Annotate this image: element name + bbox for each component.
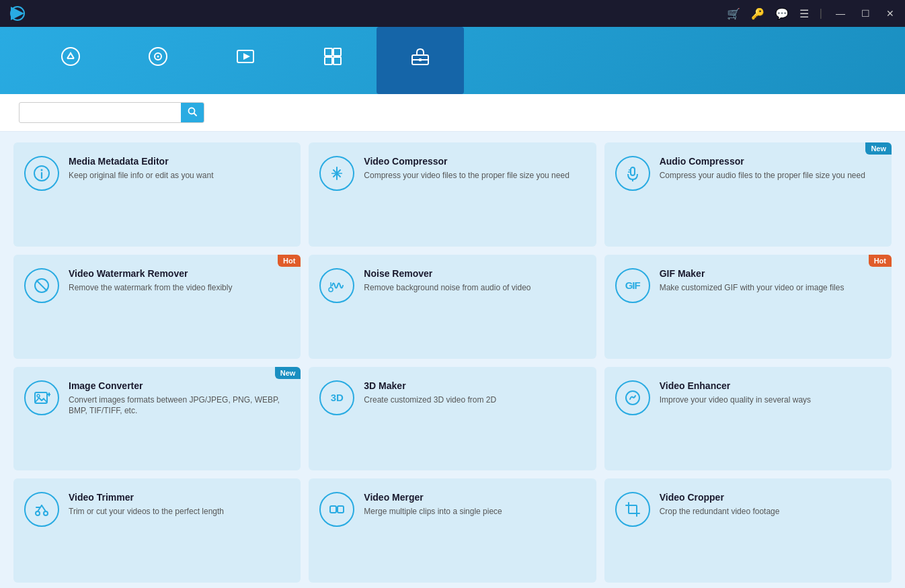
tool-card-video-watermark-remover[interactable]: HotVideo Watermark RemoverRemove the wat… [13,255,301,359]
svg-rect-31 [35,392,47,403]
tool-name-image-converter: Image Converter [69,380,290,391]
icon-video-cropper [615,492,650,527]
tool-name-gif-maker: GIF Maker [660,268,881,279]
tool-info-video-trimmer: Video TrimmerTrim or cut your videos to … [69,492,290,517]
tool-info-video-merger: Video MergerMerge multiple clips into a … [364,492,585,517]
badge-gif-maker: Hot [869,255,892,267]
tool-name-noise-remover: Noise Remover [364,268,585,279]
key-icon[interactable]: 🔑 [751,7,764,20]
minimize-button[interactable]: — [833,8,848,19]
tools-grid: Media Metadata EditorKeep original file … [13,142,892,583]
titlebar-right: 🛒 🔑 💬 ☰ | — ☐ ✕ [727,7,897,20]
mv-icon [235,46,255,71]
search-bar [0,94,905,132]
svg-line-39 [42,505,46,511]
tool-info-video-enhancer: Video EnhancerImprove your video quality… [660,380,881,406]
cart-icon[interactable]: 🛒 [727,7,740,20]
svg-line-38 [38,505,42,511]
icon-gif-maker: GIF [615,268,650,303]
tool-desc-video-enhancer: Improve your video quality in several wa… [660,394,881,406]
icon-video-trimmer [24,492,59,527]
app-logo [8,4,27,23]
tool-name-video-enhancer: Video Enhancer [660,380,881,391]
tool-card-audio-compressor[interactable]: NewAudio CompressorCompress your audio f… [604,142,892,247]
main-content: Media Metadata EditorKeep original file … [0,132,905,588]
tab-collage[interactable] [289,27,377,94]
svg-rect-23 [631,167,635,175]
svg-line-28 [36,280,47,291]
tab-ripper[interactable] [114,27,202,94]
svg-point-2 [62,48,79,65]
svg-point-6 [157,55,159,57]
tool-info-noise-remover: Noise RemoverRemove background noise fro… [364,268,585,294]
svg-rect-42 [338,506,344,513]
tab-toolbox[interactable] [377,27,464,94]
svg-rect-9 [333,48,341,56]
search-input-wrap [19,102,204,123]
maximize-button[interactable]: ☐ [859,8,873,19]
icon-video-enhancer [615,380,650,415]
tool-card-3d-maker[interactable]: 3D3D MakerCreate customized 3D video fro… [309,367,596,471]
tool-name-3d-maker: 3D Maker [364,380,585,391]
chat-icon[interactable]: 💬 [775,7,789,20]
tool-card-video-merger[interactable]: Video MergerMerge multiple clips into a … [309,478,596,583]
icon-3d-maker: 3D [319,380,354,415]
svg-point-18 [41,169,43,171]
tool-card-video-cropper[interactable]: Video CropperCrop the redundant video fo… [604,478,892,583]
svg-point-32 [37,394,40,397]
titlebar-left [8,4,32,23]
svg-rect-41 [330,506,336,513]
titlebar: 🛒 🔑 💬 ☰ | — ☐ ✕ [0,0,905,27]
tool-info-video-cropper: Video CropperCrop the redundant video fo… [660,492,881,517]
svg-rect-43 [629,505,637,513]
tool-name-media-metadata-editor: Media Metadata Editor [69,156,290,167]
icon-media-metadata-editor [24,156,59,191]
tool-info-media-metadata-editor: Media Metadata EditorKeep original file … [69,156,290,181]
tool-name-audio-compressor: Audio Compressor [660,156,881,167]
tool-card-image-converter[interactable]: NewImage ConverterConvert images formats… [13,367,301,471]
menu-icon[interactable]: ☰ [799,7,809,20]
converter-icon [61,46,81,71]
tool-desc-3d-maker: Create customized 3D video from 2D [364,394,585,406]
tool-card-noise-remover[interactable]: Noise RemoverRemove background noise fro… [309,255,596,359]
tool-card-video-enhancer[interactable]: Video EnhancerImprove your video quality… [604,367,892,471]
badge-audio-compressor: New [865,142,892,155]
nav-bar [0,27,905,94]
tool-desc-media-metadata-editor: Keep original file info or edit as you w… [69,170,290,181]
svg-rect-11 [333,57,341,65]
close-button[interactable]: ✕ [883,8,897,19]
tool-card-media-metadata-editor[interactable]: Media Metadata EditorKeep original file … [13,142,301,247]
tool-desc-video-trimmer: Trim or cut your videos to the perfect l… [69,506,290,517]
tool-name-video-compressor: Video Compressor [364,156,585,167]
tab-mv[interactable] [202,27,289,94]
tool-desc-gif-maker: Make customized GIF with your video or i… [660,282,881,294]
tool-desc-audio-compressor: Compress your audio files to the proper … [660,170,881,181]
tool-name-video-cropper: Video Cropper [660,492,881,503]
svg-point-29 [329,288,333,292]
tool-card-gif-maker[interactable]: HotGIFGIF MakerMake customized GIF with … [604,255,892,359]
tool-card-video-trimmer[interactable]: Video TrimmerTrim or cut your videos to … [13,478,301,583]
tool-desc-video-compressor: Compress your video files to the proper … [364,170,585,181]
tab-converter[interactable] [27,27,114,94]
tool-desc-video-watermark-remover: Remove the watermark from the video flex… [69,282,290,294]
icon-video-watermark-remover [24,268,59,303]
collage-icon [323,46,343,71]
tool-desc-noise-remover: Remove background noise from audio of vi… [364,282,585,294]
badge-image-converter: New [275,367,301,379]
tool-info-video-compressor: Video CompressorCompress your video file… [364,156,585,181]
tool-name-video-trimmer: Video Trimmer [69,492,290,503]
separator: | [820,7,822,19]
svg-rect-10 [325,57,332,65]
search-input[interactable] [19,104,181,121]
tool-desc-image-converter: Convert images formats between JPG/JPEG,… [69,394,290,417]
ripper-icon [148,46,168,71]
search-button[interactable] [181,103,204,122]
tool-name-video-merger: Video Merger [364,492,585,503]
tool-name-video-watermark-remover: Video Watermark Remover [69,268,290,279]
tool-info-image-converter: Image ConverterConvert images formats be… [69,380,290,417]
icon-video-compressor [319,156,354,191]
svg-line-16 [194,114,197,116]
tool-info-gif-maker: GIF MakerMake customized GIF with your v… [660,268,881,294]
tool-card-video-compressor[interactable]: Video CompressorCompress your video file… [309,142,596,247]
icon-video-merger [319,492,354,527]
